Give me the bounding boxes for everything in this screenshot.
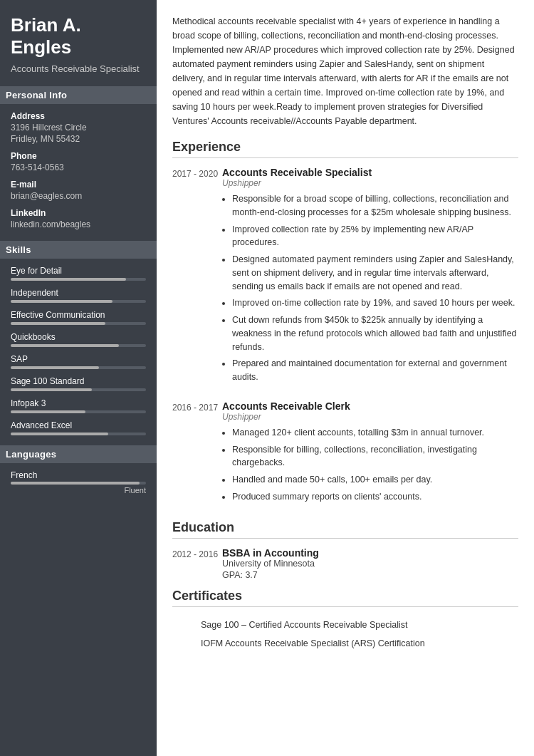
skill-item: Infopak 3 (11, 398, 146, 413)
skill-bar-fill (11, 410, 85, 413)
job-title: Accounts Receivable Specialist (222, 167, 518, 178)
bullet-item: Managed 120+ client accounts, totalling … (232, 426, 518, 440)
bullets-list: Managed 120+ client accounts, totalling … (222, 426, 518, 504)
entry-dates: 2017 - 2020 (172, 167, 222, 388)
experience-section-title: Experience (172, 140, 518, 158)
summary-text: Methodical accounts receivable specialis… (172, 14, 518, 128)
phone-block: Phone 763-514-0563 (11, 151, 146, 174)
certificates-section-title: Certificates (172, 589, 518, 607)
skill-bar-bg (11, 388, 146, 391)
skill-bar-fill (11, 344, 119, 347)
experience-entry: 2017 - 2020 Accounts Receivable Speciali… (172, 167, 518, 388)
entry-content: Accounts Receivable Specialist Upshipper… (222, 167, 518, 388)
linkedin-block: LinkedIn linkedin.com/beagles (11, 208, 146, 231)
email-label: E-mail (11, 180, 146, 190)
experience-list: 2017 - 2020 Accounts Receivable Speciali… (172, 167, 518, 507)
skill-bar-bg (11, 278, 146, 281)
bullet-item: Designed automated payment reminders usi… (232, 253, 518, 293)
skill-bar-bg (11, 344, 146, 347)
skill-name: Sage 100 Standard (11, 376, 146, 386)
skill-name: Advanced Excel (11, 420, 146, 430)
education-entry: 2012 - 2016 BSBA in Accounting Universit… (172, 547, 518, 580)
experience-entry: 2016 - 2017 Accounts Receivable Clerk Up… (172, 400, 518, 507)
skill-bar-fill (11, 300, 112, 303)
skill-item: Quickbooks (11, 332, 146, 347)
skills-list: Eye for Detail Independent Effective Com… (11, 266, 146, 435)
skill-bar-bg (11, 433, 146, 435)
skill-name: Effective Communication (11, 310, 146, 320)
email-value: brian@eagles.com (11, 190, 146, 202)
candidate-name: Brian A. Engles (11, 14, 146, 58)
skill-name: Eye for Detail (11, 266, 146, 276)
candidate-title: Accounts Receivable Specialist (11, 63, 146, 76)
education-section-title: Education (172, 520, 518, 539)
skill-bar-bg (11, 366, 146, 369)
education-list: 2012 - 2016 BSBA in Accounting Universit… (172, 547, 518, 580)
skills-section-title: Skills (0, 241, 157, 259)
bullet-item: Improved on-time collection rate by 19%,… (232, 296, 518, 310)
skill-name: Independent (11, 288, 146, 298)
edu-gpa: GPA: 3.7 (222, 570, 518, 580)
skill-bar-fill (11, 366, 99, 369)
edu-degree: BSBA in Accounting (222, 547, 518, 559)
skill-bar-fill (11, 433, 108, 435)
languages-list: French Fluent (11, 470, 146, 494)
skill-name: Quickbooks (11, 332, 146, 342)
skill-name: SAP (11, 354, 146, 364)
edu-content: BSBA in Accounting University of Minneso… (222, 547, 518, 580)
language-item: French Fluent (11, 470, 146, 494)
phone-label: Phone (11, 151, 146, 161)
language-bar-bg (11, 482, 146, 485)
edu-school: University of Minnesota (222, 559, 518, 569)
entry-content: Accounts Receivable Clerk Upshipper Mana… (222, 400, 518, 507)
sidebar: Brian A. Engles Accounts Receivable Spec… (0, 0, 157, 756)
bullet-item: Prepared and maintained documentation fo… (232, 357, 518, 384)
edu-dates: 2012 - 2016 (172, 547, 222, 580)
certificate-item: IOFM Accounts Receivable Specialist (ARS… (172, 634, 518, 653)
personal-info-section-title: Personal Info (0, 86, 157, 104)
certificate-item: Sage 100 – Certified Accounts Receivable… (172, 616, 518, 635)
skill-item: Sage 100 Standard (11, 376, 146, 391)
bullets-list: Responsible for a broad scope of billing… (222, 192, 518, 384)
skill-item: Independent (11, 288, 146, 303)
bullet-item: Responsible for a broad scope of billing… (232, 192, 518, 219)
skill-bar-fill (11, 388, 92, 391)
language-level: Fluent (11, 486, 146, 494)
skill-bar-fill (11, 278, 126, 281)
language-bar-fill (11, 482, 140, 485)
skill-name: Infopak 3 (11, 398, 146, 408)
skill-item: Effective Communication (11, 310, 146, 325)
skill-item: Eye for Detail (11, 266, 146, 281)
skill-item: SAP (11, 354, 146, 369)
languages-section-title: Languages (0, 445, 157, 463)
phone-value: 763-514-0563 (11, 162, 146, 174)
bullet-item: Handled and made 50+ calls, 100+ emails … (232, 473, 518, 487)
linkedin-label: LinkedIn (11, 208, 146, 218)
skill-bar-bg (11, 410, 146, 413)
bullet-item: Improved collection rate by 25% by imple… (232, 223, 518, 250)
language-name: French (11, 470, 146, 480)
skill-bar-bg (11, 300, 146, 303)
certificates-list: Sage 100 – Certified Accounts Receivable… (172, 616, 518, 654)
job-title: Accounts Receivable Clerk (222, 400, 518, 412)
address-label: Address (11, 111, 146, 121)
address-block: Address 3196 Hillcrest Circle Fridley, M… (11, 111, 146, 146)
company-name: Upshipper (222, 178, 518, 188)
resume-container: Brian A. Engles Accounts Receivable Spec… (0, 0, 534, 756)
address-line1: 3196 Hillcrest Circle (11, 122, 146, 134)
bullet-item: Produced summary reports on clients' acc… (232, 490, 518, 504)
bullet-item: Cut down refunds from $450k to $225k ann… (232, 314, 518, 353)
company-name: Upshipper (222, 412, 518, 422)
address-line2: Fridley, MN 55432 (11, 133, 146, 145)
linkedin-value: linkedin.com/beagles (11, 219, 146, 231)
name-block: Brian A. Engles Accounts Receivable Spec… (11, 14, 146, 76)
email-block: E-mail brian@eagles.com (11, 180, 146, 202)
skill-bar-bg (11, 322, 146, 325)
entry-dates: 2016 - 2017 (172, 400, 222, 507)
skill-item: Advanced Excel (11, 420, 146, 435)
main-content: Methodical accounts receivable specialis… (157, 0, 534, 756)
skill-bar-fill (11, 322, 105, 325)
bullet-item: Responsible for billing, collections, re… (232, 443, 518, 470)
